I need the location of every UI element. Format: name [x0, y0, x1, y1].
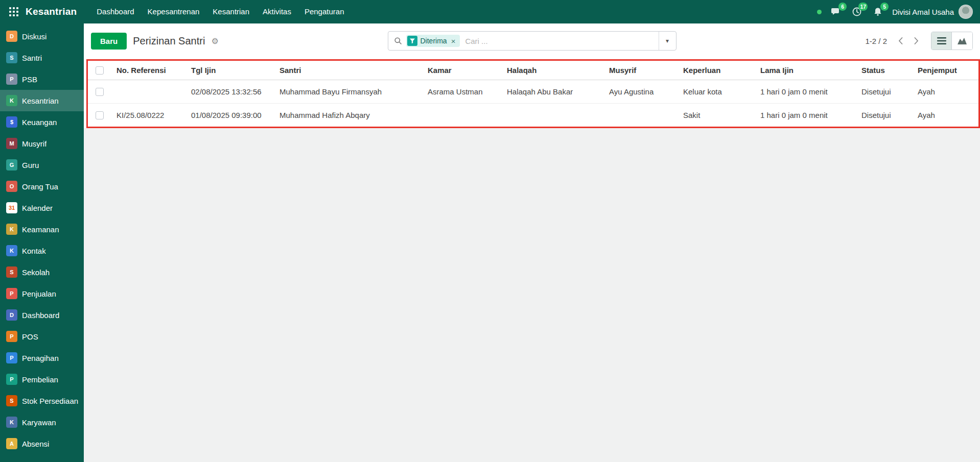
cell-keperluan: Keluar kota — [678, 80, 755, 103]
sidebar-item-dashboard[interactable]: DDashboard — [0, 304, 84, 326]
cell-no-referensi — [111, 80, 186, 103]
main-content: Baru Perizinan Santri ⚙ — [84, 23, 980, 462]
navbar-menu-aktivitas[interactable]: Aktivitas — [256, 0, 298, 23]
sidebar-item-kontak[interactable]: KKontak — [0, 240, 84, 261]
penagihan-app-icon: P — [6, 352, 17, 363]
sidebar-item-musyrif[interactable]: MMusyrif — [0, 133, 84, 154]
search-icon — [388, 37, 406, 45]
table-row[interactable]: KI/25.08/022201/08/2025 09:39:00Muhammad… — [88, 103, 978, 127]
column-header-keperluan[interactable]: Keperluan — [678, 61, 755, 80]
navbar-menu-kepesantrenan[interactable]: Kepesantrenan — [141, 0, 206, 23]
sidebar-item-label: Sekolah — [22, 268, 50, 277]
sidebar-item-sekolah[interactable]: SSekolah — [0, 261, 84, 283]
sidebar-item-karyawan[interactable]: KKaryawan — [0, 411, 84, 433]
navbar-menus: DashboardKepesantrenanKesantrianAktivita… — [90, 0, 351, 23]
activities-button[interactable]: 17 — [850, 5, 864, 18]
cell-status: Disetujui — [856, 103, 913, 127]
sidebar-item-kesantrian[interactable]: KKesantrian — [0, 90, 84, 111]
sidebar-menu: DDiskusiSSantriPPSBKKesantrian$KeuanganM… — [0, 26, 84, 454]
search-dropdown-toggle[interactable]: ▾ — [659, 32, 676, 50]
page-title: Perizinan Santri — [133, 35, 205, 47]
sidebar-item-pos[interactable]: PPOS — [0, 326, 84, 347]
sidebar-item-penjualan[interactable]: PPenjualan — [0, 283, 84, 304]
cell-halaqah — [502, 103, 604, 127]
filter-facet-close-icon[interactable]: × — [450, 37, 457, 45]
control-panel-center: Diterima × ▾ — [388, 31, 676, 51]
filter-funnel-icon — [407, 36, 417, 46]
notifications-button[interactable]: 5 — [871, 5, 884, 18]
sidebar-item-label: Kalender — [22, 204, 53, 212]
select-all-checkbox[interactable] — [96, 66, 104, 75]
sidebar: DDiskusiSSantriPPSBKKesantrian$KeuanganM… — [0, 23, 84, 462]
cell-lama-ijin: 1 hari 0 jam 0 menit — [755, 80, 856, 103]
cell-kamar: Asrama Ustman — [423, 80, 502, 103]
navbar-menu-pengaturan[interactable]: Pengaturan — [298, 0, 351, 23]
navbar-menu-kesantrian[interactable]: Kesantrian — [206, 0, 256, 23]
cell-penjemput: Ayah — [913, 103, 978, 127]
filter-facet-label: Diterima — [421, 37, 447, 45]
view-switcher — [931, 32, 973, 50]
sidebar-item-absensi[interactable]: AAbsensi — [0, 433, 84, 454]
sidebar-item-keamanan[interactable]: KKeamanan — [0, 218, 84, 240]
column-header-santri[interactable]: Santri — [274, 61, 423, 80]
column-header-lama-ijin[interactable]: Lama Ijin — [755, 61, 856, 80]
sidebar-item-psb[interactable]: PPSB — [0, 68, 84, 90]
column-header-no-referensi[interactable]: No. Referensi — [111, 61, 186, 80]
annotation-highlight-box: No. ReferensiTgl IjinSantriKamarHalaqahM… — [86, 59, 980, 128]
sidebar-item-kalender[interactable]: 31Kalender — [0, 197, 84, 218]
sidebar-item-label: Kontak — [22, 247, 46, 255]
sidebar-item-label: Guru — [22, 161, 39, 169]
apps-grid-icon[interactable] — [6, 4, 21, 19]
column-header-penjemput[interactable]: Penjemput — [913, 61, 978, 80]
new-record-button[interactable]: Baru — [91, 33, 127, 50]
sidebar-item-guru[interactable]: GGuru — [0, 154, 84, 176]
sidebar-item-label: Diskusi — [22, 32, 46, 41]
search-input[interactable] — [464, 36, 658, 46]
column-header-tgl-ijin[interactable]: Tgl Ijin — [186, 61, 274, 80]
table-row[interactable]: 02/08/2025 13:32:56Muhammad Bayu Firmans… — [88, 80, 978, 103]
pager-counter: 1-2 / 2 — [865, 37, 887, 45]
sidebar-item-penagihan[interactable]: PPenagihan — [0, 347, 84, 369]
chevron-right-icon — [914, 37, 919, 44]
list-view-icon — [937, 37, 946, 45]
sidebar-item-orang-tua[interactable]: OOrang Tua — [0, 176, 84, 197]
records-table: No. ReferensiTgl IjinSantriKamarHalaqahM… — [88, 61, 978, 127]
row-checkbox[interactable] — [96, 88, 104, 96]
row-checkbox[interactable] — [96, 111, 104, 119]
messages-button[interactable]: 6 — [829, 5, 843, 18]
chart-view-button[interactable] — [952, 32, 972, 50]
pager-previous-button[interactable] — [894, 35, 907, 46]
pager-next-button[interactable] — [910, 35, 923, 46]
notifications-badge: 5 — [880, 3, 889, 11]
cell-halaqah: Halaqah Abu Bakar — [502, 80, 604, 103]
absensi-app-icon: A — [6, 438, 17, 449]
app-brand-title: Kesantrian — [26, 6, 77, 17]
navbar-systray: 6 17 5 Divisi Amal Usaha — [817, 5, 980, 19]
empty-content-area — [84, 128, 980, 462]
user-menu[interactable]: Divisi Amal Usaha — [892, 5, 973, 19]
stok-persediaan-app-icon: S — [6, 395, 17, 406]
santri-app-icon: S — [6, 52, 17, 63]
column-header-kamar[interactable]: Kamar — [423, 61, 502, 80]
search-box: Diterima × ▾ — [388, 31, 676, 51]
sidebar-item-label: Orang Tua — [22, 182, 58, 191]
sidebar-item-label: Penagihan — [22, 354, 59, 362]
sidebar-item-keuangan[interactable]: $Keuangan — [0, 111, 84, 133]
column-header-musyrif[interactable]: Musyrif — [604, 61, 678, 80]
column-header-halaqah[interactable]: Halaqah — [502, 61, 604, 80]
sidebar-item-pembelian[interactable]: PPembelian — [0, 369, 84, 390]
sidebar-item-diskusi[interactable]: DDiskusi — [0, 26, 84, 47]
column-header-status[interactable]: Status — [856, 61, 913, 80]
sidebar-item-santri[interactable]: SSantri — [0, 47, 84, 68]
user-avatar — [959, 5, 973, 19]
settings-gear-icon[interactable]: ⚙ — [211, 36, 218, 46]
cell-lama-ijin: 1 hari 0 jam 0 menit — [755, 103, 856, 127]
guru-app-icon: G — [6, 159, 17, 171]
kesantrian-app-icon: K — [6, 95, 17, 106]
dashboard-app-icon: D — [6, 309, 17, 321]
user-name-label: Divisi Amal Usaha — [892, 8, 954, 16]
navbar-menu-dashboard[interactable]: Dashboard — [90, 0, 141, 23]
area-chart-icon — [957, 37, 967, 45]
sidebar-item-stok-persediaan[interactable]: SStok Persediaan — [0, 390, 84, 411]
list-view-button[interactable] — [931, 32, 952, 50]
